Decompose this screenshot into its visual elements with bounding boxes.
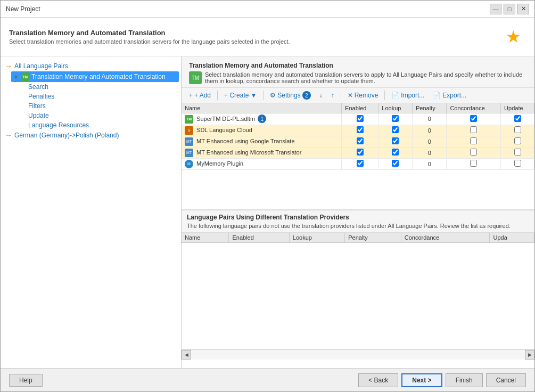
- create-label: + Create: [224, 92, 249, 99]
- table-row[interactable]: MT MT Enhanced using Microsoft Translato…: [182, 147, 534, 158]
- tree-child-filters[interactable]: Filters: [26, 101, 179, 111]
- lookup-checkbox[interactable]: [392, 126, 399, 133]
- next-button[interactable]: Next >: [401, 373, 442, 387]
- remove-icon: ✕: [348, 92, 353, 99]
- enabled-checkbox[interactable]: [357, 137, 364, 144]
- concordance-checkbox[interactable]: [470, 115, 477, 122]
- right-header-title: Translation Memory and Automated Transla…: [189, 62, 527, 69]
- enabled-checkbox[interactable]: [357, 160, 364, 167]
- help-button[interactable]: Help: [9, 374, 43, 387]
- remove-button[interactable]: ✕ Remove: [344, 91, 382, 100]
- add-button[interactable]: + + Add: [186, 91, 214, 100]
- cell-enabled[interactable]: [342, 147, 378, 158]
- footer-left: Help: [9, 374, 43, 387]
- cell-concordance[interactable]: [447, 158, 501, 169]
- cell-lookup[interactable]: [378, 147, 413, 158]
- title-controls: ― □ ✕: [490, 4, 529, 14]
- cell-enabled[interactable]: [342, 136, 378, 147]
- tm-icon: TM: [21, 72, 29, 81]
- cell-lookup[interactable]: [378, 136, 413, 147]
- import-button[interactable]: 📄 Import...: [388, 91, 427, 100]
- cell-update[interactable]: [501, 147, 534, 158]
- enabled-checkbox[interactable]: [357, 126, 364, 133]
- col-enabled: Enabled: [342, 103, 378, 113]
- scroll-track[interactable]: [191, 350, 525, 360]
- tree-item-german-polish[interactable]: → German (Germany)->Polish (Poland): [3, 130, 179, 141]
- cell-concordance[interactable]: [447, 125, 501, 136]
- remove-label: Remove: [355, 92, 378, 99]
- move-up-button[interactable]: ↑: [328, 91, 338, 100]
- cell-penalty: 0: [412, 125, 446, 136]
- update-checkbox[interactable]: [514, 137, 521, 144]
- table-row[interactable]: S SDL Language Cloud 0: [182, 125, 534, 136]
- tree-item-tm[interactable]: ▼ TM Translation Memory and Automated Tr…: [11, 71, 179, 82]
- upper-table-container: Name Enabled Lookup Penalty Concordance …: [182, 103, 534, 210]
- settings-button[interactable]: ⚙ Settings 2: [267, 90, 314, 101]
- close-button[interactable]: ✕: [517, 4, 529, 14]
- table-row[interactable]: TM SuperTM DE-PL.sdltm 1 0: [182, 113, 534, 125]
- cell-concordance[interactable]: [447, 136, 501, 147]
- concordance-checkbox[interactable]: [470, 149, 477, 156]
- add-label: + Add: [194, 92, 211, 99]
- window-title: New Project: [6, 5, 40, 13]
- row-name: MT Enhanced using Microsoft Translator: [196, 149, 301, 156]
- scroll-right-button[interactable]: ▶: [525, 350, 534, 360]
- maximize-button[interactable]: □: [504, 4, 515, 14]
- lookup-checkbox[interactable]: [392, 137, 399, 144]
- lower-header-desc: The following language pairs do not use …: [187, 223, 529, 229]
- cell-concordance[interactable]: [447, 147, 501, 158]
- update-checkbox[interactable]: [514, 160, 521, 167]
- tree-child-language-resources[interactable]: Language Resources: [26, 120, 179, 130]
- cell-enabled[interactable]: [342, 125, 378, 136]
- footer: Help < Back Next > Finish Cancel: [1, 368, 534, 391]
- cell-update[interactable]: [501, 125, 534, 136]
- cell-enabled[interactable]: [342, 113, 378, 125]
- cell-update[interactable]: [501, 158, 534, 169]
- table-row[interactable]: M MyMemory Plugin 0: [182, 158, 534, 169]
- scroll-left-button[interactable]: ◀: [182, 350, 191, 360]
- back-button[interactable]: < Back: [358, 373, 398, 387]
- cell-concordance[interactable]: [447, 113, 501, 125]
- update-checkbox[interactable]: [514, 115, 521, 122]
- cell-enabled[interactable]: [342, 158, 378, 169]
- green-tm-icon: TM: [189, 71, 202, 84]
- concordance-checkbox[interactable]: [470, 137, 477, 144]
- move-down-button[interactable]: ↓: [316, 91, 326, 100]
- right-header: Translation Memory and Automated Transla…: [182, 56, 534, 88]
- cell-lookup[interactable]: [378, 125, 413, 136]
- tm-label: Translation Memory and Automated Transla…: [31, 73, 166, 80]
- minimize-button[interactable]: ―: [490, 4, 501, 14]
- cancel-button[interactable]: Cancel: [486, 373, 526, 387]
- cell-update[interactable]: [501, 136, 534, 147]
- lookup-checkbox[interactable]: [392, 149, 399, 156]
- tree-item-all-language-pairs[interactable]: → All Language Pairs: [3, 61, 179, 71]
- col-name: Name: [182, 103, 342, 113]
- horizontal-scrollbar[interactable]: ◀ ▶: [182, 349, 534, 359]
- table-row[interactable]: MT MT Enhanced using Google Translate 0: [182, 136, 534, 147]
- export-button[interactable]: 📄 Export...: [430, 91, 470, 100]
- update-checkbox[interactable]: [514, 149, 521, 156]
- enabled-checkbox[interactable]: [357, 149, 364, 156]
- create-button[interactable]: + Create ▼: [221, 91, 260, 100]
- concordance-checkbox[interactable]: [470, 126, 477, 133]
- arrow-right-icon: →: [5, 62, 12, 70]
- concordance-checkbox[interactable]: [470, 160, 477, 167]
- lookup-checkbox[interactable]: [392, 160, 399, 167]
- lookup-checkbox[interactable]: [392, 115, 399, 122]
- cell-update[interactable]: [501, 113, 534, 125]
- tree-child-search[interactable]: Search: [26, 82, 179, 92]
- enabled-checkbox[interactable]: [357, 115, 364, 122]
- update-checkbox[interactable]: [514, 126, 521, 133]
- cell-lookup[interactable]: [378, 158, 413, 169]
- cell-lookup[interactable]: [378, 113, 413, 125]
- finish-button[interactable]: Finish: [446, 373, 483, 387]
- cell-name: MT MT Enhanced using Google Translate: [182, 136, 342, 147]
- chevron-down-icon: ▼: [250, 92, 257, 99]
- tree-child-penalties[interactable]: Penalties: [26, 92, 179, 101]
- lower-col-enabled: Enabled: [229, 233, 289, 243]
- all-language-pairs-label: All Language Pairs: [14, 62, 68, 70]
- header-title: Translation Memory and Automated Transla…: [9, 29, 290, 37]
- row-name: SuperTM DE-PL.sdltm: [196, 116, 255, 122]
- import-icon: 📄: [391, 92, 399, 99]
- tree-child-update[interactable]: Update: [26, 111, 179, 120]
